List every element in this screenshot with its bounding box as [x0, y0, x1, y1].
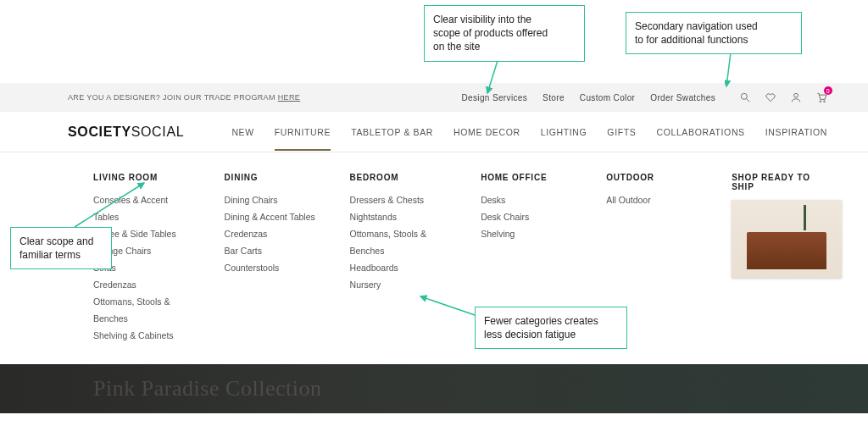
- trade-program-link[interactable]: HERE: [278, 93, 300, 102]
- mega-menu-link[interactable]: Nursery: [350, 277, 449, 294]
- mega-column-heading: SHOP READY TO SHIP: [732, 173, 827, 191]
- callout-fewer-categories: Fewer categories creates less decision f…: [475, 307, 627, 349]
- mega-column-heading: LIVING ROOM: [93, 173, 192, 182]
- mega-menu-link[interactable]: Desk Chairs: [481, 209, 574, 226]
- svg-point-3: [820, 101, 821, 102]
- primary-nav-item[interactable]: GIFTS: [607, 113, 636, 151]
- mega-menu-link[interactable]: Bar Carts: [225, 243, 318, 260]
- page-root: Clear visibility into the scope of produ…: [0, 0, 868, 413]
- mega-menu: LIVING ROOMConsoles & Accent TablesCoffe…: [0, 152, 868, 364]
- mega-column-heading: OUTDOOR: [606, 173, 699, 182]
- utility-bar: ARE YOU A DESIGNER? JOIN OUR TRADE PROGR…: [0, 83, 868, 112]
- mega-column-ship: SHOP READY TO SHIP: [732, 173, 827, 344]
- mega-menu-link[interactable]: Credenzas: [93, 277, 192, 294]
- hero-headline: Pink Paradise Collection: [93, 376, 322, 401]
- mega-menu-link[interactable]: Consoles & Accent Tables: [93, 192, 192, 226]
- mega-column-heading: HOME OFFICE: [481, 173, 574, 182]
- primary-nav: NEWFURNITURETABLETOP & BARHOME DECORLIGH…: [231, 113, 827, 151]
- svg-line-1: [747, 99, 750, 102]
- utility-icons: 0: [739, 91, 827, 103]
- mega-menu-link[interactable]: Shelving & Cabinets: [93, 328, 192, 345]
- mega-column-heading: DINING: [225, 173, 318, 182]
- mega-menu-link[interactable]: Ottomans, Stools & Benches: [350, 226, 449, 260]
- secondary-nav-item[interactable]: Order Swatches: [650, 93, 715, 102]
- primary-nav-item[interactable]: FURNITURE: [275, 113, 331, 151]
- primary-nav-item[interactable]: HOME DECOR: [453, 113, 520, 151]
- mega-menu-link[interactable]: Shelving: [481, 226, 574, 243]
- primary-nav-item[interactable]: INSPIRATION: [765, 113, 827, 151]
- mega-menu-link[interactable]: Dining Chairs: [225, 192, 318, 209]
- callout-secondary-nav: Secondary navigation used to for additio…: [626, 12, 802, 54]
- primary-nav-item[interactable]: NEW: [231, 113, 253, 151]
- mega-menu-link[interactable]: Dressers & Chests: [350, 192, 449, 209]
- secondary-nav-item[interactable]: Custom Color: [580, 93, 635, 102]
- secondary-nav: Design Services Store Custom Color Order…: [461, 93, 715, 102]
- cart-badge: 0: [824, 86, 832, 95]
- mega-menu-link[interactable]: Counterstools: [225, 260, 318, 277]
- mega-menu-link[interactable]: Nightstands: [350, 209, 449, 226]
- search-icon[interactable]: [739, 91, 751, 103]
- callout-familiar-terms: Clear scope and familiar terms: [10, 227, 112, 269]
- logo[interactable]: SOCIETYSOCIAL: [68, 124, 184, 140]
- wishlist-icon[interactable]: [765, 91, 776, 103]
- mega-column: DININGDining ChairsDining & Accent Table…: [225, 173, 318, 344]
- mega-menu-link[interactable]: Credenzas: [225, 226, 318, 243]
- account-icon[interactable]: [790, 91, 802, 103]
- primary-nav-item[interactable]: LIGHTING: [541, 113, 587, 151]
- trade-program-text: ARE YOU A DESIGNER? JOIN OUR TRADE PROGR…: [68, 93, 300, 102]
- secondary-nav-item[interactable]: Store: [542, 93, 565, 102]
- secondary-nav-item[interactable]: Design Services: [461, 93, 527, 102]
- mega-menu-link[interactable]: Ottomans, Stools & Benches: [93, 294, 192, 328]
- mega-menu-link[interactable]: Headboards: [350, 260, 449, 277]
- hero-banner: Pink Paradise Collection: [0, 364, 868, 413]
- mega-column-heading: BEDROOM: [350, 173, 449, 182]
- ready-to-ship-image[interactable]: [732, 200, 842, 278]
- mega-column: BEDROOMDressers & ChestsNightstandsOttom…: [350, 173, 449, 344]
- svg-point-2: [794, 93, 798, 97]
- callout-scope-visibility: Clear visibility into the scope of produ…: [424, 5, 585, 62]
- main-header: SOCIETYSOCIAL NEWFURNITURETABLETOP & BAR…: [0, 112, 868, 152]
- mega-menu-link[interactable]: All Outdoor: [606, 192, 699, 209]
- primary-nav-item[interactable]: COLLABORATIONS: [656, 113, 744, 151]
- mega-menu-link[interactable]: Dining & Accent Tables: [225, 209, 318, 226]
- cart-icon[interactable]: 0: [815, 91, 827, 103]
- primary-nav-item[interactable]: TABLETOP & BAR: [351, 113, 433, 151]
- svg-point-4: [824, 101, 826, 102]
- mega-menu-link[interactable]: Desks: [481, 192, 574, 209]
- svg-point-0: [741, 93, 747, 99]
